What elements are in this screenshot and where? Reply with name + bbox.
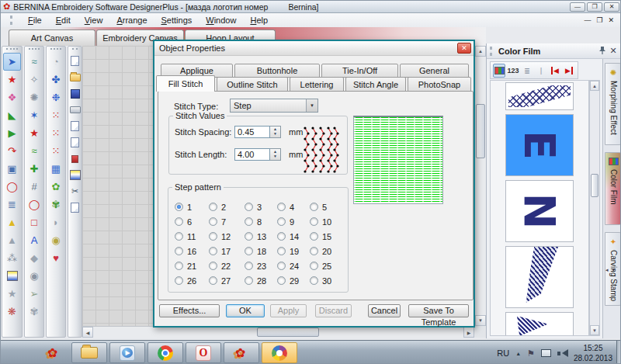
heart-tool[interactable]: ♥ (47, 249, 65, 267)
arrow-shape-tool[interactable]: ➢ (25, 285, 43, 303)
step-pattern-option[interactable]: 10 (310, 214, 344, 229)
step-pattern-option[interactable]: 2 (209, 199, 245, 214)
minimize-button[interactable]: — (570, 2, 585, 12)
show-hidden-icons[interactable]: ▲ (515, 351, 521, 356)
back-button[interactable]: ◀ (549, 64, 561, 78)
horizontal-scroll-thumb[interactable] (257, 328, 319, 337)
scroll-left-icon[interactable]: ◀ (82, 327, 93, 338)
scroll-right-icon[interactable]: ▶ (463, 327, 474, 338)
chrome-app[interactable] (147, 342, 183, 363)
step-pattern-option[interactable]: 21 (175, 258, 209, 273)
write-to-machine-button[interactable] (68, 151, 82, 167)
clock[interactable]: 15:25 28.02.2013 (574, 343, 612, 363)
diamond-tool[interactable]: ◆ (25, 249, 43, 267)
spinner[interactable]: ▲▼ (270, 126, 281, 138)
dialog-tab[interactable]: General (400, 64, 469, 78)
action-center-icon[interactable]: ⚑ (527, 348, 535, 359)
radio-button[interactable] (245, 203, 253, 211)
scroll-up-icon[interactable]: ▲ (590, 81, 599, 91)
media-player-app[interactable] (109, 342, 145, 363)
close-icon[interactable]: ✕ (608, 46, 619, 56)
color-film-thumbnail[interactable] (505, 312, 574, 336)
radio-button[interactable] (277, 262, 286, 270)
chevron-down-icon[interactable]: ▼ (306, 99, 317, 112)
dialog-tab[interactable]: Buttonhole (234, 64, 320, 78)
save-design-button[interactable] (68, 85, 82, 102)
radio-button[interactable] (310, 247, 318, 255)
radio-button[interactable] (209, 247, 217, 255)
step-pattern-option[interactable]: 12 (209, 229, 245, 244)
step-pattern-option[interactable]: 16 (175, 244, 209, 258)
radio-button[interactable] (175, 232, 183, 241)
bernina-app-2[interactable] (224, 342, 259, 363)
step-pattern-option[interactable]: 1 (175, 199, 209, 214)
dialog-button[interactable]: Effects... (159, 304, 220, 317)
menu-item[interactable]: File (21, 14, 49, 26)
pattern-stamp-tool[interactable]: ✺ (25, 88, 43, 106)
restore-button[interactable]: ❐ (587, 2, 602, 12)
step-pattern-option[interactable]: 28 (245, 273, 277, 288)
dialog-button[interactable]: Apply (270, 304, 307, 317)
tab-morphing-effect[interactable]: ✺ Morphing Effect (605, 63, 621, 145)
add-fill-tool[interactable]: ✚ (25, 160, 43, 178)
sequence-by-color-button[interactable]: 123 (507, 64, 519, 78)
step-pattern-option[interactable]: 14 (277, 229, 310, 244)
color-film-thumbnail[interactable]: E (505, 114, 574, 176)
dots-pattern-tool-1[interactable]: ⁙ (47, 106, 65, 124)
radio-button[interactable] (310, 217, 318, 226)
menu-item[interactable]: Window (199, 14, 243, 26)
step-pattern-option[interactable]: 19 (277, 244, 310, 258)
radio-button[interactable] (310, 276, 318, 285)
step-pattern-option[interactable]: 27 (209, 273, 245, 288)
radio-button[interactable] (277, 247, 286, 255)
menu-item[interactable]: View (78, 14, 110, 26)
gradient-fill-tool[interactable] (2, 267, 22, 285)
tab-color-film[interactable]: Color Film (605, 152, 621, 225)
red-star-tool[interactable]: ★ (25, 124, 43, 142)
mesh-tool[interactable]: # (25, 178, 43, 196)
reshape-object-tool[interactable]: ❖ (2, 88, 22, 106)
copy-button[interactable] (68, 199, 82, 216)
open-design-button[interactable] (68, 69, 82, 85)
radio-button[interactable] (245, 217, 253, 226)
scroll-down-icon[interactable]: ▾ (612, 267, 616, 273)
radio-button[interactable] (245, 262, 253, 270)
color-film-thumbnail[interactable] (505, 82, 574, 110)
ribbon-tool[interactable]: ≈ (25, 53, 43, 71)
picasa-app[interactable] (262, 342, 297, 363)
menu-item[interactable]: Help (243, 14, 275, 26)
value-input[interactable]: 0.45 (234, 126, 270, 138)
canvas-vertical-scrollbar[interactable]: ▲ ▼ (474, 46, 486, 326)
dialog-tab[interactable]: Lettering (290, 77, 344, 92)
mirror-tool[interactable]: ◣ (2, 106, 22, 124)
step-pattern-option[interactable]: 29 (277, 273, 310, 288)
color-film-thumbnail[interactable] (505, 246, 574, 308)
step-pattern-option[interactable]: 24 (277, 258, 310, 273)
scroll-down-icon[interactable]: ▼ (590, 325, 599, 335)
mdi-restore-button[interactable]: ❐ (596, 16, 602, 24)
scroll-down-icon[interactable]: ▼ (475, 315, 486, 326)
canvas-mode-tab[interactable]: Art Canvas (9, 29, 95, 46)
radio-button[interactable] (245, 247, 253, 255)
radio-button[interactable] (209, 203, 217, 211)
square-outline-tool[interactable]: □ (25, 213, 43, 231)
radio-button[interactable] (209, 217, 217, 226)
print-button[interactable] (68, 102, 82, 118)
step-pattern-option[interactable]: 22 (209, 258, 245, 273)
radio-button[interactable] (277, 217, 286, 226)
radio-button[interactable] (277, 232, 286, 241)
dialog-button[interactable]: Save To Template (408, 304, 469, 317)
radio-button[interactable] (175, 217, 183, 226)
step-pattern-option[interactable]: 4 (277, 199, 310, 214)
scroll-thumb[interactable] (591, 174, 598, 197)
dialog-button[interactable]: OK (226, 304, 265, 317)
export-button[interactable] (68, 134, 82, 151)
step-pattern-option[interactable]: 30 (310, 273, 344, 288)
step-pattern-option[interactable]: 25 (310, 258, 344, 273)
applique-shape-tool[interactable]: ✿ (47, 178, 65, 196)
radio-button[interactable] (175, 247, 183, 255)
separator[interactable]: | (535, 64, 547, 78)
mdi-minimize-button[interactable]: — (584, 16, 591, 24)
show-picture-tool[interactable]: ▣ (2, 160, 22, 178)
step-pattern-option[interactable]: 3 (245, 199, 277, 214)
